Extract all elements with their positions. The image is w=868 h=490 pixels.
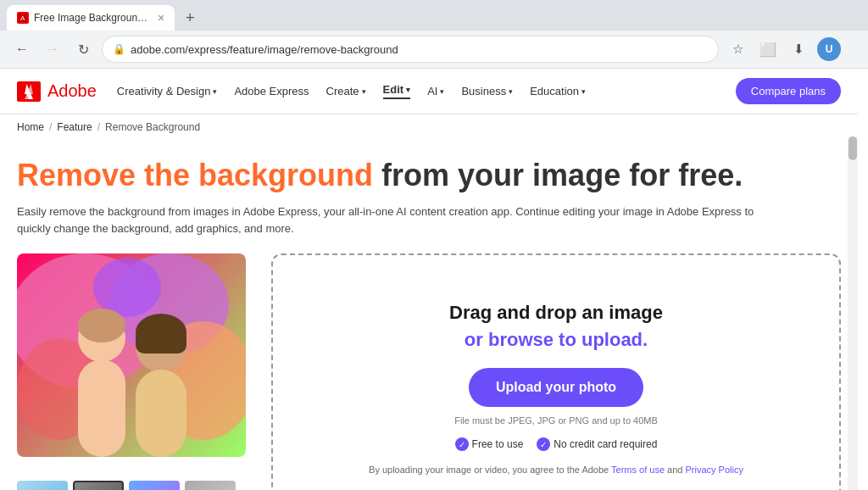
footer-pre-text: By uploading your image or video, you ag… — [369, 465, 611, 475]
extensions-button[interactable]: ⬜ — [756, 37, 780, 61]
forward-button[interactable]: → — [41, 37, 64, 61]
check-icon: ✓ — [537, 437, 550, 451]
hero-title: Remove the background from your image fo… — [17, 157, 841, 193]
footer-and: and — [665, 465, 685, 475]
tab-favicon: A — [17, 12, 29, 24]
chevron-down-icon: ▾ — [581, 87, 586, 96]
upload-footer: By uploading your image or video, you ag… — [369, 465, 743, 475]
hero-title-highlight: Remove the background — [17, 158, 373, 192]
active-tab[interactable]: A Free Image Background Remo... × — [7, 5, 175, 31]
url-text: adobe.com/express/feature/image/remove-b… — [131, 43, 708, 56]
free-label: Free to use — [472, 438, 524, 450]
nav-edit[interactable]: Edit ▾ — [383, 83, 411, 99]
svg-rect-11 — [136, 370, 186, 457]
upload-button[interactable]: Upload your photo — [469, 368, 643, 407]
thumbnail-strip: 👆 — [17, 481, 246, 490]
hero-title-rest: from your image for free. — [373, 158, 743, 192]
bookmark-button[interactable]: ☆ — [726, 37, 749, 61]
chevron-down-icon: ▾ — [509, 87, 513, 96]
upload-or-text: or — [465, 329, 488, 350]
refresh-button[interactable]: ↻ — [71, 37, 95, 61]
no-card-label: No credit card required — [554, 438, 657, 450]
nav-education[interactable]: Education ▾ — [530, 85, 586, 97]
people-silhouettes — [17, 253, 246, 457]
upload-drag-title: Drag and drop an image — [449, 302, 663, 324]
download-button[interactable]: ⬇ — [787, 37, 810, 61]
upload-panel: Drag and drop an image or browse to uplo… — [271, 253, 841, 490]
thumbnail-1[interactable] — [17, 481, 68, 490]
breadcrumb-home[interactable]: Home — [17, 121, 44, 133]
breadcrumb-separator: / — [49, 121, 52, 133]
adobe-logo[interactable]: Adobe — [17, 81, 97, 102]
hero-subtitle: Easily remove the background from images… — [17, 203, 780, 237]
terms-link[interactable]: Terms of use — [611, 465, 665, 475]
chevron-down-icon: ▾ — [406, 86, 410, 94]
svg-rect-13 — [136, 328, 186, 354]
svg-rect-8 — [78, 359, 125, 457]
thumbnail-4[interactable] — [185, 481, 236, 490]
upload-hint: File must be JPEG, JPG or PNG and up to … — [454, 415, 658, 426]
chevron-down-icon: ▾ — [440, 87, 444, 96]
upload-browse-text: browse to upload. — [488, 329, 648, 350]
tab-title: Free Image Background Remo... — [34, 12, 153, 24]
thumbnail-2[interactable]: 👆 — [73, 481, 124, 490]
nav-creativity-design[interactable]: Creativity & Design ▾ — [117, 85, 218, 97]
nav-create[interactable]: Create ▾ — [326, 85, 366, 97]
adobe-logo-text: Adobe — [47, 81, 97, 101]
chevron-down-icon: ▾ — [213, 87, 217, 96]
back-button[interactable]: ← — [10, 37, 34, 61]
upload-badges: ✓ Free to use ✓ No credit card required — [455, 437, 658, 451]
compare-plans-button[interactable]: Compare plans — [736, 78, 841, 104]
breadcrumb-current: Remove Background — [105, 121, 200, 133]
profile-button[interactable]: U — [817, 37, 841, 61]
breadcrumb: Home / Feature / Remove Background — [0, 114, 858, 140]
address-bar[interactable]: 🔒 adobe.com/express/feature/image/remove… — [102, 36, 719, 63]
thumbnail-3[interactable] — [129, 481, 180, 490]
content-area: 👆 Drag and drop an image or browse to up… — [0, 253, 858, 490]
privacy-link[interactable]: Privacy Policy — [685, 465, 743, 475]
scrollbar-track[interactable] — [848, 136, 858, 490]
nav-ai[interactable]: AI ▾ — [427, 85, 444, 97]
hero-section: Remove the background from your image fo… — [0, 140, 858, 237]
free-badge: ✓ Free to use — [455, 437, 524, 451]
no-card-badge: ✓ No credit card required — [537, 437, 657, 451]
chevron-down-icon: ▾ — [362, 87, 366, 96]
nav-adobe-express[interactable]: Adobe Express — [234, 85, 309, 97]
adobe-logo-icon — [17, 81, 41, 102]
main-navigation: Adobe Creativity & Design ▾ Adobe Expres… — [0, 69, 858, 114]
svg-point-9 — [78, 309, 125, 342]
breadcrumb-separator: / — [97, 121, 100, 133]
breadcrumb-feature[interactable]: Feature — [57, 121, 92, 133]
nav-items: Creativity & Design ▾ Adobe Express Crea… — [117, 83, 715, 99]
main-image — [17, 253, 246, 457]
check-icon: ✓ — [455, 437, 469, 451]
lock-icon: 🔒 — [113, 43, 125, 55]
nav-business[interactable]: Business ▾ — [461, 85, 513, 97]
new-tab-button[interactable]: + — [178, 6, 202, 30]
image-panel: 👆 — [17, 253, 246, 490]
tab-close-button[interactable]: × — [158, 11, 164, 25]
scrollbar-thumb[interactable] — [849, 136, 857, 160]
upload-browse-line: or browse to upload. — [465, 329, 648, 351]
svg-text:A: A — [20, 14, 25, 22]
